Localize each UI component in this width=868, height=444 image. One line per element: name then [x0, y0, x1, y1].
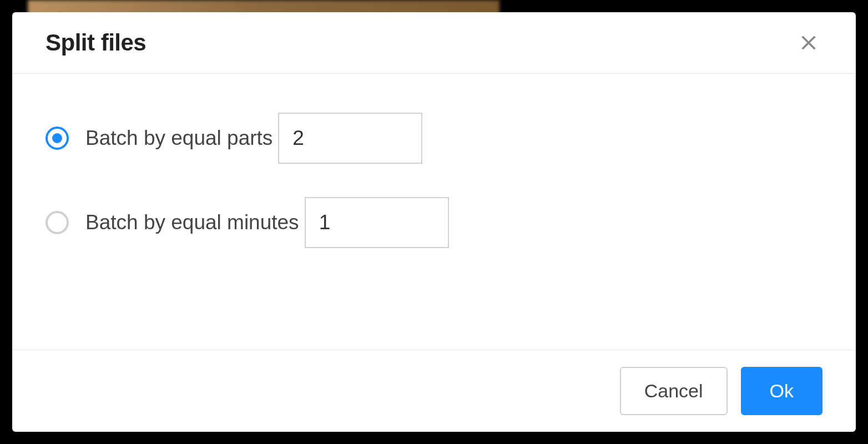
option-row-minutes: Batch by equal minutes	[46, 197, 822, 248]
cancel-button[interactable]: Cancel	[620, 367, 728, 415]
dialog-title: Split files	[46, 29, 146, 56]
radio-minutes[interactable]	[46, 211, 69, 234]
dialog-footer: Cancel Ok	[12, 350, 856, 432]
dialog-body: Batch by equal parts Batch by equal minu…	[12, 74, 856, 350]
close-icon	[799, 33, 818, 52]
label-parts: Batch by equal parts	[85, 127, 272, 150]
option-row-parts: Batch by equal parts	[46, 113, 822, 164]
radio-dot-icon	[52, 133, 62, 143]
split-files-dialog: Split files Batch by equal parts Batch b…	[12, 12, 856, 432]
input-minutes[interactable]	[305, 197, 449, 248]
ok-button[interactable]: Ok	[741, 367, 822, 415]
close-button[interactable]	[795, 29, 822, 57]
label-minutes: Batch by equal minutes	[85, 211, 299, 234]
radio-parts[interactable]	[46, 127, 69, 150]
dialog-header: Split files	[12, 12, 856, 74]
input-parts[interactable]	[278, 113, 422, 164]
